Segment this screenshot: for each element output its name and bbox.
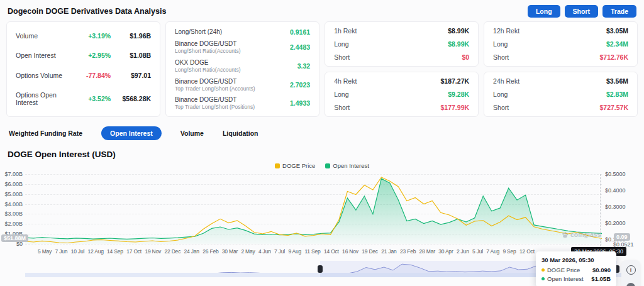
tab-open-interest[interactable]: Open Interest — [101, 126, 162, 140]
rekt-label: 1h Rekt — [334, 27, 357, 35]
tooltip-series-dot — [541, 268, 545, 272]
coinglass-watermark: coinglass — [562, 231, 601, 238]
stats-value: $568.28K — [111, 95, 151, 102]
header-button-long[interactable]: Long — [528, 5, 560, 18]
ratio-title: Binance DOGE/USDT — [175, 40, 240, 47]
chart-plot[interactable] — [25, 174, 602, 244]
left-axis-tick: $3.00B — [1, 211, 23, 217]
chart-tabs: Weighted Funding RateOpen InterestVolume… — [0, 117, 644, 140]
stats-row: Volume+3.19%$1.96B — [16, 32, 151, 40]
legend-swatch — [325, 163, 330, 168]
rekt-row: 1h Rekt$8.99K — [334, 27, 469, 35]
rekt-value: $187.27K — [441, 77, 470, 85]
rekt-value: $8.99K — [448, 40, 469, 48]
stats-row: Options Volume-77.84%$97.01 — [16, 72, 151, 79]
tooltip-rows: DOGE Price$0.090Open Interest$1.05B — [541, 267, 611, 282]
ratio-labels: Long/Short (24h) — [175, 28, 222, 35]
legend-swatch — [275, 163, 280, 168]
rekt-label: Long — [334, 91, 348, 98]
x-axis-tick: 5 May — [38, 248, 52, 255]
info-icon[interactable]: ! — [626, 265, 636, 275]
ratio-row: Binance DOGE/USDTTop Trader Long/Short (… — [175, 96, 310, 110]
x-axis-tick: 5 Jul — [472, 248, 483, 255]
x-axis-tick: 9 Aug — [288, 248, 301, 255]
x-axis-tick: 7 Jul — [274, 248, 285, 255]
x-axis-tick: 2 May — [241, 248, 255, 255]
tooltip-date: 30 Mar 2026, 05:30 — [541, 256, 611, 263]
tab-volume[interactable]: Volume — [180, 126, 204, 140]
long-short-ratio-card: Long/Short (24h)0.9161Binance DOGE/USDTL… — [165, 21, 319, 117]
derivatives-dashboard: Dogecoin DOGE Derivatives Data Analysis … — [0, 0, 644, 286]
x-axis-tick: 30 Mar — [222, 248, 238, 255]
ratio-value: 1.4933 — [290, 99, 310, 107]
rekt-value: $2.83M — [606, 91, 628, 98]
tab-weighted-funding-rate[interactable]: Weighted Funding Rate — [9, 126, 82, 140]
ratio-subtitle: Top Trader Long/Short (Accounts) — [175, 85, 255, 92]
left-axis-tick: $7.00B — [1, 171, 23, 177]
stats-value: $1.96B — [111, 32, 151, 40]
legend-label: DOGE Price — [282, 162, 315, 169]
x-axis-tick: 28 Mar — [419, 248, 435, 255]
crosshair-line — [600, 174, 601, 256]
x-axis-labels: 5 May7 Jun10 Jul12 Aug14 Sep17 Oct19 Nov… — [38, 248, 535, 255]
legend-item-doge-price[interactable]: DOGE Price — [275, 162, 315, 169]
ratio-value: 0.9161 — [290, 28, 310, 36]
tooltip-series-dot — [541, 277, 545, 280]
tooltip-series-value: $1.05B — [591, 275, 611, 282]
rekt-value: $8.99K — [448, 27, 469, 35]
ratio-row: Long/Short (24h)0.9161 — [175, 28, 310, 36]
rekt-column-2: 12h Rekt$3.05MLong$2.34MShort$712.76K24h… — [484, 21, 638, 117]
scroll-top-icon[interactable] — [626, 283, 635, 286]
right-axis-tick: $0.5000 — [605, 171, 626, 177]
legend-item-open-interest[interactable]: Open Interest — [325, 162, 369, 169]
stats-label: Options Open Interest — [16, 91, 74, 106]
rekt-row: Long$2.83M — [493, 91, 628, 98]
rekt-value: $3.56M — [606, 77, 628, 85]
header-button-short[interactable]: Short — [565, 5, 598, 18]
stats-cards-row: Volume+3.19%$1.96BOpen Interest+2.95%$1.… — [0, 20, 644, 117]
ratio-labels: Binance DOGE/USDTTop Trader Long/Short (… — [175, 96, 255, 110]
ratio-row: Binance DOGE/USDTTop Trader Long/Short (… — [175, 78, 310, 92]
stats-value: $1.08B — [111, 52, 151, 59]
left-axis-tick: $2.00B — [1, 221, 23, 227]
page-header: Dogecoin DOGE Derivatives Data Analysis … — [0, 0, 644, 20]
x-axis-tick: 23 Feb — [400, 248, 416, 255]
ratio-title: Binance DOGE/USDT — [175, 78, 255, 85]
rekt-label: Short — [334, 53, 350, 61]
x-axis-tick: 11 Sep — [304, 248, 320, 255]
tooltip-row: DOGE Price$0.090 — [541, 267, 611, 273]
header-button-trade[interactable]: Trade — [602, 5, 636, 18]
x-axis-tick: 10 Jul — [71, 248, 84, 255]
x-axis-tick: 12 Oct — [519, 248, 535, 255]
x-axis-tick: 7 Jun — [55, 248, 68, 255]
right-axis-tick: $0.3000 — [605, 204, 626, 210]
rekt-column-1: 1h Rekt$8.99KLong$8.99KShort$04h Rekt$18… — [325, 21, 479, 117]
rekt-row: Short$727.57K — [493, 104, 628, 111]
page-title: Dogecoin DOGE Derivatives Data Analysis — [8, 7, 166, 16]
tab-liquidation[interactable]: Liquidation — [223, 126, 258, 140]
rekt-label: Long — [493, 40, 508, 48]
x-axis-tick: 24 Jan — [184, 248, 199, 255]
rekt-row: Short$177.99K — [334, 104, 469, 111]
ratio-row: OKX DOGELong/Short Ratio(Accounts)3.32 — [175, 59, 310, 73]
rekt-row: Short$0 — [334, 53, 469, 61]
volume-stats-card: Volume+3.19%$1.96BOpen Interest+2.95%$1.… — [6, 21, 160, 117]
paw-icon — [562, 231, 569, 238]
left-axis-tick: $4.00B — [1, 201, 23, 207]
ratio-subtitle: Long/Short Ratio(Accounts) — [175, 48, 240, 54]
navigator-handle-left[interactable] — [318, 265, 323, 273]
rekt-card-24h: 24h Rekt$3.56MLong$2.83MShort$727.57K — [484, 72, 638, 117]
rekt-label: 24h Rekt — [493, 77, 519, 85]
ratio-subtitle: Long/Short Ratio(Accounts) — [175, 67, 240, 73]
rekt-label: 12h Rekt — [493, 27, 519, 35]
x-axis-tick: 2 Jun — [457, 248, 469, 255]
stats-change: +2.95% — [74, 52, 111, 59]
stats-row: Options Open Interest+3.52%$568.28K — [16, 91, 151, 106]
x-axis-tick: 14 Oct — [324, 248, 339, 255]
x-axis-tick: 12 Aug — [87, 248, 103, 255]
tooltip-row: Open Interest$1.05B — [541, 275, 611, 282]
ratio-labels: OKX DOGELong/Short Ratio(Accounts) — [175, 59, 240, 73]
floating-toolbar: ! — [621, 260, 640, 286]
rekt-label: Short — [493, 53, 509, 61]
rekt-row: 4h Rekt$187.27K — [334, 77, 469, 85]
